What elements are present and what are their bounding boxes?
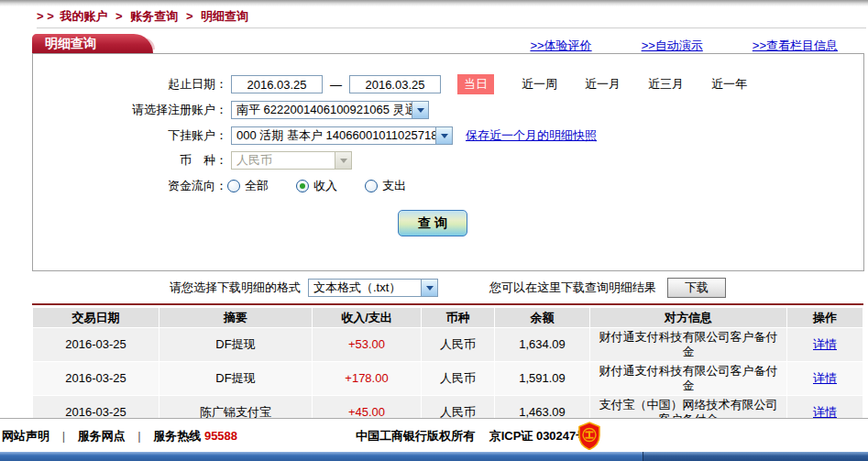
date-range-label: 起止日期： [33,76,227,93]
flow-option-income[interactable]: 收入 [296,178,337,194]
download-format-select[interactable]: 文本格式（.txt） [308,279,438,297]
site-statement-link[interactable]: 网站声明 [2,429,49,443]
radio-all-icon[interactable] [227,180,240,192]
detail-link[interactable]: 详情 [813,371,837,385]
header-action: 操作 [787,308,863,327]
sub-account-select[interactable]: 000 活期 基本户 1406600101102571848 [231,126,453,145]
tab-detail-query[interactable]: 明细查询 [32,34,153,53]
hotline-label: 服务热线 [153,429,201,443]
flow-option-expense[interactable]: 支出 [365,178,406,194]
breadcrumb-separator: > [186,9,193,23]
sub-account-value: 000 活期 基本户 1406600101102571848 [232,127,435,144]
cell-balance: 1,591.09 [495,362,589,395]
date-to-input[interactable] [349,75,441,93]
breadcrumb-separator: > [115,9,123,23]
header-amount: 收入/支出 [313,308,421,327]
query-button[interactable]: 查 询 [398,210,467,236]
download-result-label: 您可以在这里下载查询明细结果 [489,280,656,296]
sub-account-row: 下挂账户： 000 活期 基本户 1406600101102571848 保存近… [33,126,863,146]
date-dash: — [330,78,342,92]
range-last-week-button[interactable]: 近一周 [522,76,557,93]
currency-row: 币 种： 人民币 [33,150,863,170]
table-top-rule [32,303,863,305]
flow-option-expense-label: 支出 [382,178,406,194]
experience-rating-link[interactable]: >>体验评价 [530,38,591,54]
register-account-select[interactable]: 南平 6222001406100921065 灵通卡 [231,101,429,119]
footer-links: 网站声明 | 服务网点 | 服务热线 95588 [2,428,237,445]
currency-label: 币 种： [33,152,227,169]
cell-amount: +178.00 [313,362,421,395]
table-header-row: 交易日期 摘要 收入/支出 币种 余额 对方信息 操作 [33,308,863,327]
date-from-input[interactable] [231,75,323,93]
view-column-info-link[interactable]: >>查看栏目信息 [753,38,838,54]
header-counterparty: 对方信息 [590,308,786,327]
download-format-label: 请您选择下载明细的格式 [170,280,301,296]
fund-flow-row: 资金流向： 全部 收入 支出 [33,176,863,196]
range-last-month-button[interactable]: 近一月 [585,76,621,93]
table-row: 2016-03-25 DF提现 +178.00 人民币 1,591.09 财付通… [33,362,863,395]
security-emblem-icon[interactable] [577,422,601,450]
header-currency: 币种 [422,308,494,327]
breadcrumb-item-account-query[interactable]: 账务查询 [130,9,178,23]
chevron-down-icon [335,152,351,169]
top-edge-gradient [0,0,868,6]
currency-value: 人民币 [232,152,277,169]
flow-option-all-label: 全部 [245,178,269,194]
sub-account-label: 下挂账户： [33,127,227,144]
table-row: 2016-03-25 DF提现 +53.00 人民币 1,634.09 财付通支… [33,328,863,361]
range-last-year-button[interactable]: 近一年 [711,76,747,93]
register-account-label: 请选择注册账户： [33,102,227,118]
chevron-down-icon [421,280,437,296]
copyright: 中国工商银行版权所有 京ICP证 030247号 [356,428,588,445]
detail-link[interactable]: 详情 [813,337,837,351]
cell-currency: 人民币 [422,328,494,361]
bottom-bar-left-segment [0,452,643,461]
cell-amount: +53.00 [313,328,421,361]
range-today-button[interactable]: 当日 [457,74,494,94]
footer-separator: | [62,429,65,443]
bottom-bar-right-segment [643,452,868,461]
page: > > 我的账户 > 账务查询 > 明细查询 明细查询 >>体验评价 >>自动演… [0,0,868,461]
breadcrumb-item-detail-query[interactable]: 明细查询 [201,9,248,23]
cell-counterparty: 财付通支付科技有限公司客户备付金 [590,328,786,361]
header-balance: 余额 [495,308,589,327]
chevron-down-icon [435,127,452,144]
flow-option-income-label: 收入 [313,178,337,194]
cell-summary: DF提现 [159,328,312,361]
icp-license: 京ICP证 030247号 [489,429,588,443]
detail-link[interactable]: 详情 [813,405,837,419]
cell-date: 2016-03-25 [33,362,159,395]
cell-counterparty: 财付通支付科技有限公司客户备付金 [590,362,786,395]
header-date: 交易日期 [33,308,159,327]
fund-flow-radio-group: 全部 收入 支出 [227,178,406,194]
bottom-bar [0,452,868,461]
query-form-panel: 起止日期： — 当日 近一周 近一月 近三月 近一年 请选择注册账户： 南平 6… [32,53,864,271]
service-outlets-link[interactable]: 服务网点 [78,429,126,443]
chevron-down-icon [412,102,428,118]
breadcrumb-prefix: > > [37,9,54,23]
cell-currency: 人民币 [422,362,494,395]
breadcrumb: > > 我的账户 > 账务查询 > 明细查询 [37,8,251,25]
top-links: >>体验评价 >>自动演示 >>查看栏目信息 [530,38,838,54]
download-row: 请您选择下载明细的格式 文本格式（.txt） 您可以在这里下载查询明细结果 下载 [32,278,863,298]
cell-balance: 1,634.09 [495,328,589,361]
copyright-text: 中国工商银行版权所有 [356,429,475,443]
fund-flow-label: 资金流向： [33,178,227,194]
download-button[interactable]: 下载 [667,278,726,298]
range-last-3-months-button[interactable]: 近三月 [648,76,684,93]
footer: 网站声明 | 服务网点 | 服务热线 95588 中国工商银行版权所有 京ICP… [0,418,868,453]
hotline-number: 95588 [204,429,237,443]
auto-demo-link[interactable]: >>自动演示 [642,38,703,54]
breadcrumb-item-my-account[interactable]: 我的账户 [60,9,107,23]
transaction-table: 交易日期 摘要 收入/支出 币种 余额 对方信息 操作 2016-03-25 D… [32,307,863,430]
register-account-row: 请选择注册账户： 南平 6222001406100921065 灵通卡 [33,100,863,120]
radio-income-icon[interactable] [296,180,309,192]
radio-expense-icon[interactable] [365,180,378,192]
save-monthly-snapshot-link[interactable]: 保存近一个月的明细快照 [466,127,597,144]
date-range-row: 起止日期： — 当日 近一周 近一月 近三月 近一年 [33,74,863,94]
flow-option-all[interactable]: 全部 [227,178,269,194]
currency-select-disabled: 人民币 [231,151,352,170]
register-account-value: 南平 6222001406100921065 灵通卡 [232,102,412,118]
breadcrumb-divider [37,27,866,28]
cell-date: 2016-03-25 [33,328,159,361]
